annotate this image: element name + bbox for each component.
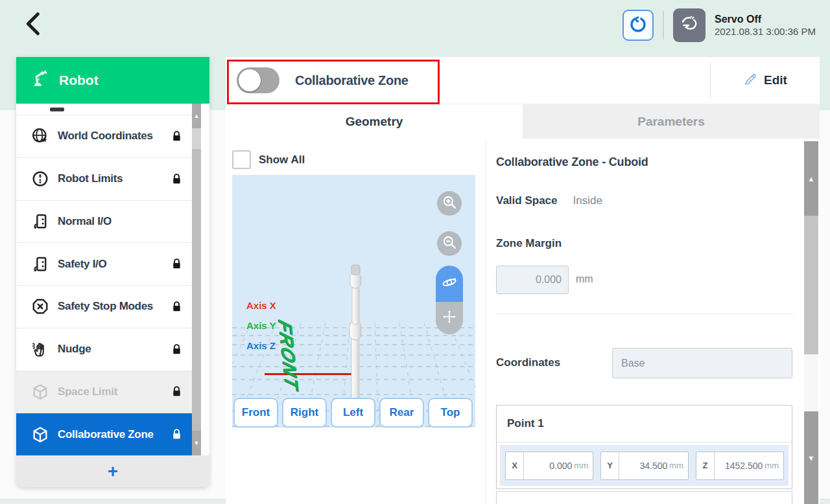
gripper-icon: [628, 15, 648, 36]
axis-x-legend: Axis X: [246, 300, 276, 311]
zone-details-section: Collaborative Zone - Cuboid Valid Space …: [486, 138, 804, 504]
topbar-divider: [663, 11, 664, 40]
zone-margin-label: Zone Margin: [496, 237, 562, 250]
gripper-button[interactable]: [622, 10, 654, 41]
axis-x-label: X: [506, 452, 524, 479]
show-all-label: Show All: [259, 154, 305, 166]
view-buttons-row: Front Right Left Rear Top: [232, 398, 475, 428]
rotate-view-button[interactable]: [436, 266, 463, 302]
section-divider: [496, 314, 793, 314]
point-z-field[interactable]: Z 1452.500 mm: [696, 452, 784, 480]
robot-3d-viewer[interactable]: Axis X Axis Y Axis Z FRONT: [232, 175, 475, 428]
sidebar-item-partial: [16, 104, 192, 115]
coordinates-select[interactable]: Base: [612, 348, 792, 378]
sidebar-item-label: Robot Limits: [58, 172, 169, 185]
sidebar-item-normal-io[interactable]: Normal I/O: [16, 201, 192, 244]
geometry-section: Show All: [226, 138, 485, 504]
axis-legend: Axis X Axis Y Axis Z: [246, 300, 276, 351]
sidebar-scroll-thumb[interactable]: [192, 149, 201, 431]
pan-arrows-icon: [441, 308, 458, 328]
world-coordinates-icon: [30, 126, 50, 146]
cube-icon: [30, 425, 50, 444]
io-board-icon: [30, 255, 50, 274]
view-left-button[interactable]: Left: [331, 398, 375, 428]
edit-button[interactable]: Edit: [711, 57, 820, 104]
robot-arm-icon: [30, 69, 50, 92]
details-scroll-down-button[interactable]: ▼: [804, 411, 818, 504]
sidebar-scroll-down-button[interactable]: ▼: [192, 431, 201, 455]
zone-margin-input[interactable]: 0.000: [496, 266, 569, 294]
magnifier-plus-icon: [441, 194, 458, 213]
robot-status: Servo Off 2021.08.31 3:00:36 PM: [715, 13, 816, 38]
sidebar-item-label: Normal I/O: [58, 215, 183, 228]
robot-sidebar: Robot World Coordinates: [16, 57, 209, 487]
axis-y-label: Y: [601, 452, 619, 479]
cube-icon: [30, 382, 50, 402]
sidebar-item-safety-io[interactable]: Safety I/O: [16, 243, 192, 286]
axis-y-legend: Axis Y: [246, 320, 276, 331]
point-y-value: 34.500: [619, 461, 667, 471]
lock-icon: [169, 428, 183, 441]
app-root: Servo Off 2021.08.31 3:00:36 PM Robot Wo…: [0, 0, 830, 504]
lock-icon: [169, 173, 183, 185]
zoom-out-button[interactable]: [437, 231, 462, 256]
sidebar-menu: World Coordinates Robot Limits: [16, 104, 209, 455]
servo-status-text: Servo Off: [715, 13, 816, 26]
axis-z-legend: Axis Z: [246, 340, 276, 351]
view-front-button[interactable]: Front: [233, 398, 278, 428]
point-z-value: 1452.500: [715, 461, 763, 471]
details-scroll-up-button[interactable]: ▲: [804, 141, 818, 216]
magnifier-minus-icon: [441, 234, 458, 253]
status-timestamp: 2021.08.31 3:00:36 PM: [715, 26, 816, 38]
point-1-box: Point 1 X 0.000 mm Y 34.500 mm Z: [496, 405, 792, 489]
pan-view-button[interactable]: [436, 302, 463, 334]
sidebar-item-label: Collaborative Zone: [58, 428, 169, 441]
show-all-checkbox[interactable]: Show All: [232, 150, 305, 169]
collaborative-zone-toggle[interactable]: [237, 67, 279, 93]
point-y-field[interactable]: Y 34.500 mm: [600, 452, 689, 480]
zoom-in-button[interactable]: [437, 191, 462, 216]
nudge-hand-icon: [30, 339, 50, 359]
lock-icon: [169, 130, 183, 143]
point-1-title: Point 1: [507, 417, 544, 430]
sidebar-item-safety-stop-modes[interactable]: Safety Stop Modes: [16, 286, 192, 328]
point-box-divider: [497, 442, 792, 442]
sidebar-item-robot-limits[interactable]: Robot Limits: [16, 158, 192, 201]
tab-geometry[interactable]: Geometry: [226, 104, 523, 139]
hand-gesture-icon: [679, 14, 700, 37]
back-chevron-icon: [21, 10, 46, 40]
toggle-label: Collaborative Zone: [295, 57, 409, 104]
sidebar-scroll-up-button[interactable]: ▲: [192, 104, 201, 128]
plus-icon: +: [108, 461, 118, 482]
back-button[interactable]: [18, 8, 49, 41]
sidebar-item-collaborative-zone[interactable]: Collaborative Zone: [16, 413, 192, 455]
valid-space-label: Valid Space: [496, 194, 558, 207]
manual-mode-button[interactable]: [673, 8, 706, 42]
sidebar-item-world-coordinates[interactable]: World Coordinates: [16, 115, 192, 158]
details-scroll-thumb[interactable]: [804, 216, 818, 354]
point-x-field[interactable]: X 0.000 mm: [505, 452, 593, 480]
point-x-unit: mm: [574, 461, 588, 470]
io-board-icon: [30, 212, 50, 231]
add-item-button[interactable]: +: [16, 455, 209, 487]
details-scrollbar: ▲ ▼: [804, 141, 818, 504]
tab-parameters[interactable]: Parameters: [523, 104, 820, 139]
point-x-value: 0.000: [524, 461, 572, 471]
sidebar-item-space-limit[interactable]: Space Limit: [16, 371, 192, 414]
robot-limits-icon: [30, 169, 50, 189]
checkbox-box[interactable]: [232, 150, 251, 169]
tab-bar: Geometry Parameters: [226, 104, 820, 139]
sidebar-item-label: World Coordinates: [58, 130, 169, 143]
lock-icon: [169, 301, 183, 313]
sidebar-scrollbar: ▲ ▼: [192, 104, 201, 455]
sidebar-item-label: Safety I/O: [58, 258, 169, 271]
edit-label: Edit: [764, 73, 787, 87]
view-right-button[interactable]: Right: [282, 398, 327, 428]
sidebar-item-nudge[interactable]: Nudge: [16, 328, 192, 371]
partial-icon-fragment: [50, 108, 64, 111]
toggle-knob: [239, 69, 261, 91]
view-top-button[interactable]: Top: [428, 398, 473, 428]
point-1-fields-row: X 0.000 mm Y 34.500 mm Z 1452.500 mm: [500, 445, 788, 486]
view-rear-button[interactable]: Rear: [379, 398, 424, 428]
valid-space-value: Inside: [573, 194, 602, 207]
